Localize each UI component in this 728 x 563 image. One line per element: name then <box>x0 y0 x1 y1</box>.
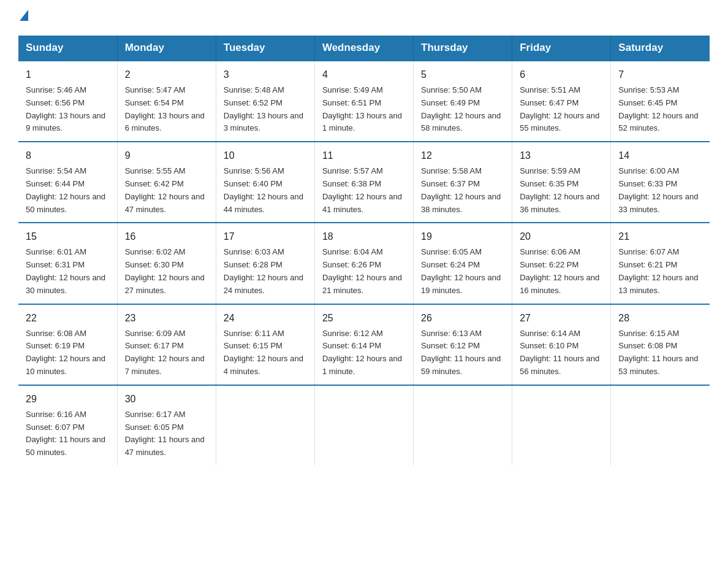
day-number: 14 <box>618 148 702 163</box>
day-info: Sunrise: 6:00 AMSunset: 6:33 PMDaylight:… <box>618 166 698 213</box>
day-number: 5 <box>421 67 504 82</box>
day-info: Sunrise: 6:14 AMSunset: 6:10 PMDaylight:… <box>520 329 599 376</box>
day-number: 2 <box>125 67 208 82</box>
day-info: Sunrise: 6:01 AMSunset: 6:31 PMDaylight:… <box>26 247 105 294</box>
calendar-cell: 13Sunrise: 5:59 AMSunset: 6:35 PMDayligh… <box>512 142 611 223</box>
day-number: 24 <box>224 311 307 326</box>
calendar-week-row: 22Sunrise: 6:08 AMSunset: 6:19 PMDayligh… <box>18 304 710 385</box>
weekday-header-tuesday: Tuesday <box>216 36 314 61</box>
calendar-cell: 21Sunrise: 6:07 AMSunset: 6:21 PMDayligh… <box>611 223 710 304</box>
day-number: 25 <box>322 311 406 326</box>
calendar-cell: 5Sunrise: 5:50 AMSunset: 6:49 PMDaylight… <box>414 61 512 142</box>
calendar-week-row: 1Sunrise: 5:46 AMSunset: 6:56 PMDaylight… <box>18 61 710 142</box>
day-info: Sunrise: 6:08 AMSunset: 6:19 PMDaylight:… <box>26 329 105 376</box>
day-info: Sunrise: 5:47 AMSunset: 6:54 PMDaylight:… <box>125 85 205 132</box>
day-info: Sunrise: 5:59 AMSunset: 6:35 PMDaylight:… <box>520 166 599 213</box>
day-number: 18 <box>322 229 406 244</box>
day-info: Sunrise: 6:06 AMSunset: 6:22 PMDaylight:… <box>520 247 599 294</box>
calendar-cell: 17Sunrise: 6:03 AMSunset: 6:28 PMDayligh… <box>216 223 314 304</box>
day-number: 21 <box>618 229 702 244</box>
day-info: Sunrise: 6:11 AMSunset: 6:15 PMDaylight:… <box>224 329 303 376</box>
calendar-cell: 26Sunrise: 6:13 AMSunset: 6:12 PMDayligh… <box>414 304 512 385</box>
day-info: Sunrise: 6:17 AMSunset: 6:05 PMDaylight:… <box>125 410 205 457</box>
calendar-cell: 8Sunrise: 5:54 AMSunset: 6:44 PMDaylight… <box>18 142 117 223</box>
day-info: Sunrise: 6:04 AMSunset: 6:26 PMDaylight:… <box>322 247 402 294</box>
day-info: Sunrise: 6:16 AMSunset: 6:07 PMDaylight:… <box>26 410 105 457</box>
day-info: Sunrise: 5:51 AMSunset: 6:47 PMDaylight:… <box>520 85 599 132</box>
calendar-cell: 30Sunrise: 6:17 AMSunset: 6:05 PMDayligh… <box>117 385 216 465</box>
calendar-cell <box>314 385 413 465</box>
calendar-cell: 18Sunrise: 6:04 AMSunset: 6:26 PMDayligh… <box>314 223 413 304</box>
day-number: 29 <box>26 392 110 407</box>
day-number: 26 <box>421 311 504 326</box>
day-number: 16 <box>125 229 208 244</box>
day-number: 13 <box>520 148 603 163</box>
calendar-week-row: 15Sunrise: 6:01 AMSunset: 6:31 PMDayligh… <box>18 223 710 304</box>
logo-triangle-icon <box>20 10 28 21</box>
day-number: 22 <box>26 311 110 326</box>
day-number: 30 <box>125 392 208 407</box>
calendar-cell: 7Sunrise: 5:53 AMSunset: 6:45 PMDaylight… <box>611 61 710 142</box>
day-info: Sunrise: 6:03 AMSunset: 6:28 PMDaylight:… <box>224 247 303 294</box>
day-info: Sunrise: 5:48 AMSunset: 6:52 PMDaylight:… <box>224 85 303 132</box>
calendar-cell <box>611 385 710 465</box>
weekday-header-sunday: Sunday <box>18 36 117 61</box>
day-info: Sunrise: 5:58 AMSunset: 6:37 PMDaylight:… <box>421 166 501 213</box>
day-number: 15 <box>26 229 110 244</box>
weekday-header-saturday: Saturday <box>611 36 710 61</box>
day-number: 1 <box>26 67 110 82</box>
day-number: 9 <box>125 148 208 163</box>
day-info: Sunrise: 5:57 AMSunset: 6:38 PMDaylight:… <box>322 166 402 213</box>
day-info: Sunrise: 5:53 AMSunset: 6:45 PMDaylight:… <box>618 85 698 132</box>
calendar-cell: 10Sunrise: 5:56 AMSunset: 6:40 PMDayligh… <box>216 142 314 223</box>
day-info: Sunrise: 6:09 AMSunset: 6:17 PMDaylight:… <box>125 329 205 376</box>
day-number: 6 <box>520 67 603 82</box>
weekday-header-thursday: Thursday <box>414 36 512 61</box>
calendar-cell: 22Sunrise: 6:08 AMSunset: 6:19 PMDayligh… <box>18 304 117 385</box>
weekday-header-friday: Friday <box>512 36 611 61</box>
day-info: Sunrise: 6:15 AMSunset: 6:08 PMDaylight:… <box>618 329 698 376</box>
calendar-cell: 29Sunrise: 6:16 AMSunset: 6:07 PMDayligh… <box>18 385 117 465</box>
calendar-week-row: 29Sunrise: 6:16 AMSunset: 6:07 PMDayligh… <box>18 385 710 465</box>
day-number: 19 <box>421 229 504 244</box>
logo <box>18 12 28 23</box>
day-info: Sunrise: 5:55 AMSunset: 6:42 PMDaylight:… <box>125 166 205 213</box>
calendar-cell: 15Sunrise: 6:01 AMSunset: 6:31 PMDayligh… <box>18 223 117 304</box>
day-number: 4 <box>322 67 406 82</box>
day-number: 17 <box>224 229 307 244</box>
calendar-cell: 27Sunrise: 6:14 AMSunset: 6:10 PMDayligh… <box>512 304 611 385</box>
calendar-cell: 3Sunrise: 5:48 AMSunset: 6:52 PMDaylight… <box>216 61 314 142</box>
day-number: 8 <box>26 148 110 163</box>
calendar-cell: 2Sunrise: 5:47 AMSunset: 6:54 PMDaylight… <box>117 61 216 142</box>
day-number: 28 <box>618 311 702 326</box>
weekday-header-row: SundayMondayTuesdayWednesdayThursdayFrid… <box>18 36 710 61</box>
day-info: Sunrise: 6:07 AMSunset: 6:21 PMDaylight:… <box>618 247 698 294</box>
day-number: 10 <box>224 148 307 163</box>
calendar-cell: 28Sunrise: 6:15 AMSunset: 6:08 PMDayligh… <box>611 304 710 385</box>
day-info: Sunrise: 5:46 AMSunset: 6:56 PMDaylight:… <box>26 85 105 132</box>
day-number: 12 <box>421 148 504 163</box>
day-number: 3 <box>224 67 307 82</box>
calendar-cell: 25Sunrise: 6:12 AMSunset: 6:14 PMDayligh… <box>314 304 413 385</box>
calendar-cell: 9Sunrise: 5:55 AMSunset: 6:42 PMDaylight… <box>117 142 216 223</box>
day-info: Sunrise: 6:13 AMSunset: 6:12 PMDaylight:… <box>421 329 501 376</box>
day-info: Sunrise: 5:49 AMSunset: 6:51 PMDaylight:… <box>322 85 402 132</box>
calendar-table: SundayMondayTuesdayWednesdayThursdayFrid… <box>18 36 710 465</box>
calendar-cell: 4Sunrise: 5:49 AMSunset: 6:51 PMDaylight… <box>314 61 413 142</box>
calendar-cell: 11Sunrise: 5:57 AMSunset: 6:38 PMDayligh… <box>314 142 413 223</box>
page-header <box>18 12 710 23</box>
calendar-week-row: 8Sunrise: 5:54 AMSunset: 6:44 PMDaylight… <box>18 142 710 223</box>
day-number: 23 <box>125 311 208 326</box>
calendar-cell: 20Sunrise: 6:06 AMSunset: 6:22 PMDayligh… <box>512 223 611 304</box>
calendar-header: SundayMondayTuesdayWednesdayThursdayFrid… <box>18 36 710 61</box>
calendar-cell: 6Sunrise: 5:51 AMSunset: 6:47 PMDaylight… <box>512 61 611 142</box>
day-info: Sunrise: 6:12 AMSunset: 6:14 PMDaylight:… <box>322 329 402 376</box>
calendar-body: 1Sunrise: 5:46 AMSunset: 6:56 PMDaylight… <box>18 61 710 465</box>
calendar-cell: 1Sunrise: 5:46 AMSunset: 6:56 PMDaylight… <box>18 61 117 142</box>
calendar-cell: 23Sunrise: 6:09 AMSunset: 6:17 PMDayligh… <box>117 304 216 385</box>
calendar-cell: 12Sunrise: 5:58 AMSunset: 6:37 PMDayligh… <box>414 142 512 223</box>
day-info: Sunrise: 6:02 AMSunset: 6:30 PMDaylight:… <box>125 247 205 294</box>
weekday-header-wednesday: Wednesday <box>314 36 413 61</box>
calendar-cell: 19Sunrise: 6:05 AMSunset: 6:24 PMDayligh… <box>414 223 512 304</box>
calendar-cell <box>216 385 314 465</box>
